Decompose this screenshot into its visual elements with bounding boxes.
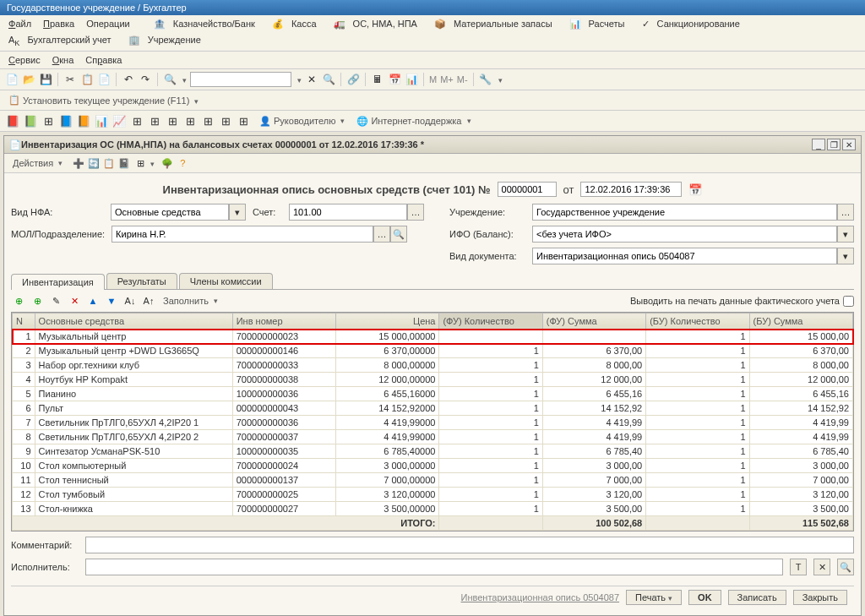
print-button[interactable]: Печать: [626, 590, 682, 605]
clear-icon[interactable]: ✕: [305, 73, 318, 86]
col-price[interactable]: Цена: [336, 313, 439, 330]
link-icon[interactable]: 🔗: [346, 73, 360, 86]
mol-field[interactable]: [112, 226, 373, 243]
menu-windows[interactable]: Окна: [47, 53, 79, 67]
executor-t-button[interactable]: T: [790, 559, 807, 575]
move-down-icon[interactable]: ▼: [104, 293, 119, 308]
tab-commission[interactable]: Члены комиссии: [179, 273, 273, 289]
calc-icon[interactable]: 🖩: [371, 73, 384, 86]
doc-type-field[interactable]: [532, 248, 837, 264]
minimize-button[interactable]: _: [812, 139, 825, 150]
menu-treasury[interactable]: 🏦 Казначейство/Банк: [149, 17, 265, 31]
table-row[interactable]: 1Музыкальный центр70000000002315 000,000…: [13, 330, 853, 344]
cut-icon[interactable]: ✂: [63, 73, 77, 86]
post-icon[interactable]: ➕: [73, 158, 84, 169]
table-row[interactable]: 12Стол тумбовый7000000000253 120,0000013…: [13, 488, 853, 502]
redo-icon[interactable]: ↷: [139, 73, 152, 86]
account-field[interactable]: [289, 204, 407, 221]
tb-icon-9[interactable]: ⊞: [147, 113, 162, 128]
col-fu-qty[interactable]: (ФУ) Количество: [439, 313, 542, 330]
footer-link[interactable]: Инвентаризационная опись 0504087: [461, 592, 620, 602]
nfa-dropdown[interactable]: ▾: [229, 204, 246, 221]
help-icon[interactable]: ?: [180, 158, 185, 168]
memory-m[interactable]: M: [429, 74, 437, 84]
tab-inventory[interactable]: Инвентаризация: [11, 274, 105, 290]
date-picker-button[interactable]: 📅: [688, 183, 702, 196]
menu-materials[interactable]: 📦 Материальные запасы: [429, 17, 563, 31]
chart-icon[interactable]: 📊: [405, 73, 418, 86]
calendar-icon[interactable]: 📅: [388, 73, 401, 86]
find-icon[interactable]: 🔍: [322, 73, 335, 86]
table-row[interactable]: 10Стол компьютерный7000000000243 000,000…: [13, 459, 853, 473]
table-row[interactable]: 11Стол теннисный0000000001377 000,000001…: [13, 473, 853, 488]
delete-row-icon[interactable]: ✕: [67, 293, 82, 308]
col-bu-qty[interactable]: (БУ) Количество: [646, 313, 749, 330]
edit-row-icon[interactable]: ✎: [48, 293, 63, 308]
search-field-dropdown[interactable]: [295, 74, 302, 84]
doc-type-dropdown[interactable]: ▾: [837, 248, 854, 264]
memory-m-minus[interactable]: M-: [457, 74, 468, 84]
col-bu-sum[interactable]: (БУ) Сумма: [749, 313, 852, 330]
executor-open-button[interactable]: 🔍: [837, 559, 854, 575]
table-row[interactable]: 5Пианино1000000000366 455,1600016 455,16…: [13, 387, 853, 401]
register-icon[interactable]: ⊞: [137, 158, 144, 169]
menu-accounting[interactable]: AK Бухгалтерский учет: [3, 33, 122, 49]
support-button[interactable]: 🌐 Интернет-поддержка: [353, 114, 474, 128]
menu-help[interactable]: Справка: [80, 53, 127, 67]
menu-edit[interactable]: Правка: [38, 17, 79, 31]
table-row[interactable]: 4Ноутбук HP Kompakt70000000003812 000,00…: [13, 373, 853, 387]
set-org-button[interactable]: 📋 Установить текущее учреждение (F11): [5, 93, 202, 107]
tab-results[interactable]: Результаты: [106, 273, 177, 289]
menu-cash[interactable]: 💰 Касса: [267, 17, 327, 31]
memory-m-plus[interactable]: M+: [440, 74, 454, 84]
col-os[interactable]: Основные средства: [35, 313, 232, 330]
table-row[interactable]: 9Синтезатор УсманаPSK-5101000000000356 7…: [13, 444, 853, 459]
move-up-icon[interactable]: ▲: [85, 293, 101, 308]
mol-picker[interactable]: …: [373, 226, 390, 243]
tb-icon-11[interactable]: ⊞: [182, 113, 198, 128]
sort-asc-icon[interactable]: A↓: [122, 293, 138, 308]
print-fact-checkbox[interactable]: [843, 296, 854, 307]
tb-icon-7[interactable]: 📈: [112, 113, 127, 128]
menu-os[interactable]: 🚛 ОС, НМА, НПА: [329, 17, 427, 31]
paste-icon[interactable]: 📄: [97, 73, 111, 86]
data-grid[interactable]: N Основные средства Инв номер Цена (ФУ) …: [11, 312, 854, 532]
tb-icon-12[interactable]: ⊞: [200, 113, 215, 128]
journal-icon[interactable]: 📓: [118, 158, 130, 169]
tree-icon[interactable]: 🌳: [161, 158, 173, 169]
sort-desc-icon[interactable]: A↑: [141, 293, 156, 308]
close-doc-button[interactable]: Закрыть: [793, 590, 847, 605]
tb-icon-14[interactable]: ⊞: [236, 113, 251, 128]
menu-service[interactable]: Сервис: [3, 53, 46, 67]
copy-icon[interactable]: 📋: [80, 73, 94, 86]
tb-icon-4[interactable]: 📘: [58, 113, 73, 128]
tb-icon-13[interactable]: ⊞: [218, 113, 233, 128]
table-row[interactable]: 7Светильник ПрТЛГ0,65УХЛ 4,2IP20 1700000…: [13, 416, 853, 430]
manager-button[interactable]: 👤 Руководителю: [256, 114, 348, 128]
copy-row-icon[interactable]: ⊕: [30, 293, 45, 308]
maximize-button[interactable]: ❐: [827, 139, 841, 150]
nfa-field[interactable]: [111, 204, 229, 221]
add-row-icon[interactable]: ⊕: [11, 293, 26, 308]
open-icon[interactable]: 📂: [22, 73, 35, 86]
register-dropdown[interactable]: [148, 158, 155, 168]
ifo-field[interactable]: [532, 226, 837, 243]
list-icon[interactable]: 📋: [103, 158, 115, 169]
tb-icon-10[interactable]: ⊞: [165, 113, 180, 128]
executor-field[interactable]: [85, 559, 783, 575]
menu-org[interactable]: 🏢 Учреждение: [123, 33, 211, 49]
executor-clear-button[interactable]: ✕: [813, 559, 830, 575]
actions-button[interactable]: Действия: [9, 156, 66, 170]
mol-open[interactable]: 🔍: [390, 226, 407, 243]
col-fu-sum[interactable]: (ФУ) Сумма: [542, 313, 645, 330]
fill-button[interactable]: Заполнить: [160, 294, 221, 308]
menu-calc[interactable]: 📊 Расчеты: [564, 17, 635, 31]
menu-sanction[interactable]: ✓ Санкционирование: [637, 17, 750, 31]
ok-button[interactable]: OK: [688, 590, 721, 605]
close-button[interactable]: ✕: [842, 139, 856, 150]
menu-file[interactable]: Файл: [3, 17, 36, 31]
col-inv[interactable]: Инв номер: [232, 313, 335, 330]
org-picker[interactable]: …: [837, 204, 854, 221]
tb-icon-6[interactable]: 📊: [94, 113, 109, 128]
save-button[interactable]: Записать: [728, 590, 786, 605]
